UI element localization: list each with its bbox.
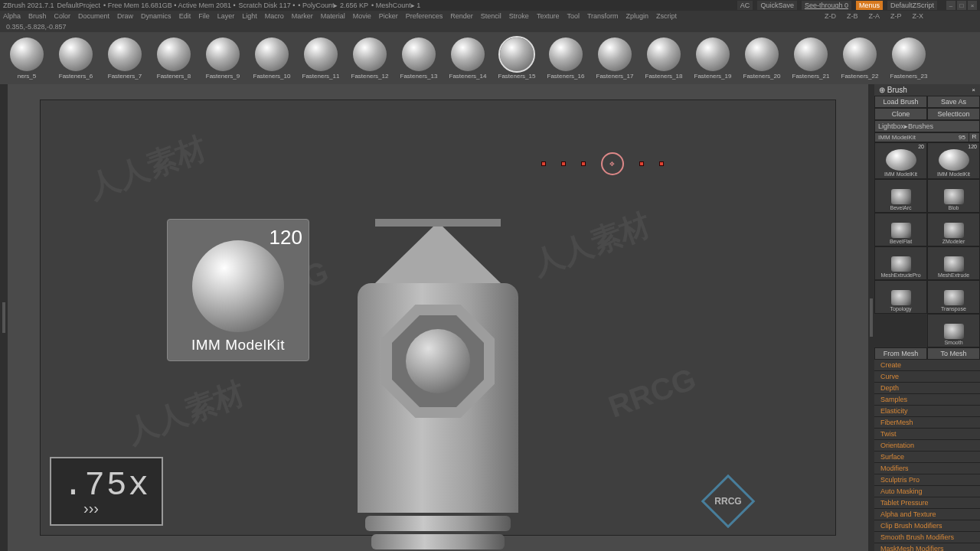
menu-sub-za[interactable]: Z-A [869, 12, 880, 20]
section-curve[interactable]: Curve [874, 371, 980, 383]
section-fibermesh[interactable]: FiberMesh [874, 417, 980, 429]
menu-light[interactable]: Light [242, 12, 257, 20]
section-alphatexture[interactable]: Alpha and Texture [874, 509, 980, 520]
tray-item-23[interactable]: Fasteners_23 [887, 37, 931, 80]
brush-bevelarc[interactable]: BevelArc [874, 179, 927, 213]
menu-tool[interactable]: Tool [567, 12, 580, 20]
tray-item-5[interactable]: ners_5 [5, 37, 49, 80]
section-smoothmodifiers[interactable]: Smooth Brush Modifiers [874, 532, 980, 543]
menu-alpha[interactable]: Alpha [3, 12, 21, 20]
menu-file[interactable]: File [198, 12, 210, 20]
menu-picker[interactable]: Picker [379, 12, 398, 20]
menu-sub-zd[interactable]: Z-D [825, 12, 836, 20]
menu-transform[interactable]: Transform [587, 12, 619, 20]
menu-dynamics[interactable]: Dynamics [141, 12, 172, 20]
menu-zplugin[interactable]: Zplugin [626, 12, 649, 20]
panel-header[interactable]: ⊕ Brush × [874, 84, 980, 96]
section-clipmodifiers[interactable]: Clip Brush Modifiers [874, 520, 980, 532]
tray-item-14[interactable]: Fasteners_14 [446, 37, 490, 80]
menu-preferences[interactable]: Preferences [406, 12, 443, 20]
section-orientation[interactable]: Orientation [874, 440, 980, 452]
viewport[interactable]: 人人素材 RRCG 人人素材 人人素材 RRCG ✥ 120 [8, 84, 868, 551]
section-modifiers[interactable]: Modifiers [874, 463, 980, 474]
section-surface[interactable]: Surface [874, 452, 980, 463]
section-depth[interactable]: Depth [874, 383, 980, 394]
tray-item-12[interactable]: Fasteners_12 [348, 37, 392, 80]
menus-toggle[interactable]: Menus [856, 1, 883, 10]
brush-param-slider[interactable]: IMM ModelKit 95 R [874, 132, 980, 142]
menu-macro[interactable]: Macro [265, 12, 284, 20]
zscript-label[interactable]: DefaultZScript [887, 1, 937, 10]
from-mesh-button[interactable]: From Mesh [874, 347, 927, 360]
tray-item-7[interactable]: Fasteners_7 [103, 37, 147, 80]
brush-blob[interactable]: Blob [927, 179, 980, 213]
tray-item-13[interactable]: Fasteners_13 [397, 37, 441, 80]
canvas[interactable]: 人人素材 RRCG 人人素材 人人素材 RRCG ✥ 120 [40, 99, 836, 536]
ac-button[interactable]: AC [737, 1, 753, 10]
menu-material[interactable]: Material [321, 12, 345, 20]
brush-tray[interactable]: ners_5 Fasteners_6 Fasteners_7 Fasteners… [0, 32, 980, 84]
load-brush-button[interactable]: Load Brush [874, 96, 927, 108]
select-icon-button[interactable]: SelectIcon [927, 108, 980, 120]
menu-stencil[interactable]: Stencil [481, 12, 501, 20]
secondary-brush-thumb[interactable]: 120 IMM ModelKit [927, 142, 980, 179]
menu-sub-zb[interactable]: Z-B [847, 12, 858, 20]
section-automasking[interactable]: Auto Masking [874, 486, 980, 497]
seethrough-slider[interactable]: See-through 0 [802, 1, 851, 10]
tray-item-16[interactable]: Fasteners_16 [544, 37, 588, 80]
maximize-icon[interactable]: □ [957, 1, 966, 10]
tray-item-10[interactable]: Fasteners_10 [250, 37, 294, 80]
menu-sub-zp[interactable]: Z-P [890, 12, 902, 20]
pin-icon[interactable]: ⊕ [879, 86, 885, 94]
menu-brush[interactable]: Brush [28, 12, 47, 20]
brush-zmodeler[interactable]: ZModeler [927, 213, 980, 246]
section-twist[interactable]: Twist [874, 429, 980, 440]
menu-sub-zx[interactable]: Z-X [913, 12, 924, 20]
brush-transpose[interactable]: Transpose [927, 280, 980, 314]
lightbox-brushes-button[interactable]: Lightbox▸Brushes [874, 120, 980, 132]
tray-item-21[interactable]: Fasteners_21 [789, 37, 833, 80]
brush-smooth[interactable]: Smooth [927, 314, 980, 347]
menu-render[interactable]: Render [450, 12, 473, 20]
section-maskmesh[interactable]: MaskMesh Modifiers [874, 543, 980, 551]
minimize-icon[interactable]: – [946, 1, 956, 10]
menu-edit[interactable]: Edit [179, 12, 191, 20]
brush-meshextrudepro[interactable]: MeshExtrudePro [874, 246, 927, 280]
gizmo-center-icon[interactable]: ✥ [601, 152, 624, 175]
menu-movie[interactable]: Movie [353, 12, 371, 20]
menu-stroke[interactable]: Stroke [509, 12, 529, 20]
left-tray-handle[interactable] [0, 84, 8, 551]
tray-item-8[interactable]: Fasteners_8 [152, 37, 196, 80]
brush-topology[interactable]: Topology [874, 280, 927, 314]
menu-layer[interactable]: Layer [217, 12, 235, 20]
tray-item-18[interactable]: Fasteners_18 [642, 37, 686, 80]
section-samples[interactable]: Samples [874, 394, 980, 406]
section-elasticity[interactable]: Elasticity [874, 406, 980, 417]
clone-button[interactable]: Clone [874, 108, 927, 120]
menu-marker[interactable]: Marker [292, 12, 313, 20]
tray-item-15[interactable]: Fasteners_15 [495, 37, 539, 80]
brush-bevelflat[interactable]: BevelFlat [874, 213, 927, 246]
save-as-button[interactable]: Save As [927, 96, 980, 108]
quicksave-button[interactable]: QuickSave [757, 1, 797, 10]
current-brush-thumb[interactable]: 20 IMM ModelKit [874, 142, 927, 179]
brush-meshextrude[interactable]: MeshExtrude [927, 246, 980, 280]
tray-item-19[interactable]: Fasteners_19 [691, 37, 735, 80]
close-icon[interactable]: × [968, 1, 977, 10]
menu-color[interactable]: Color [54, 12, 71, 20]
tray-item-17[interactable]: Fasteners_17 [593, 37, 637, 80]
right-tray-handle[interactable] [868, 84, 874, 551]
section-sculptrispro[interactable]: Sculptris Pro [874, 474, 980, 486]
tray-item-20[interactable]: Fasteners_20 [740, 37, 784, 80]
tray-item-6[interactable]: Fasteners_6 [54, 37, 98, 80]
transpose-gizmo[interactable]: ✥ [541, 152, 664, 175]
tray-item-9[interactable]: Fasteners_9 [201, 37, 245, 80]
menu-zscript[interactable]: Zscript [656, 12, 677, 20]
tray-item-22[interactable]: Fasteners_22 [838, 37, 882, 80]
menu-texture[interactable]: Texture [537, 12, 560, 20]
tray-item-11[interactable]: Fasteners_11 [299, 37, 343, 80]
panel-close-icon[interactable]: × [972, 86, 975, 93]
section-create[interactable]: Create [874, 360, 980, 371]
menu-draw[interactable]: Draw [117, 12, 133, 20]
to-mesh-button[interactable]: To Mesh [927, 347, 980, 360]
